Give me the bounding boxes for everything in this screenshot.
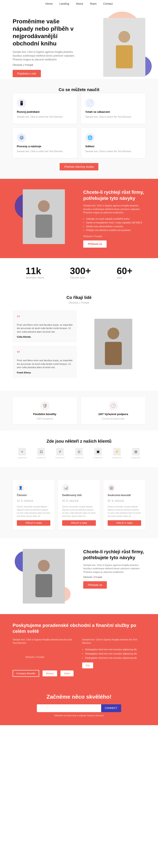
benefits-section: 🛡️ Flexibilní benefity 100% bezpečné 🕐 2… bbox=[0, 391, 158, 430]
plan-cta-0[interactable]: PŘEJÍT K NÁM bbox=[17, 520, 50, 526]
svg-rect-3 bbox=[35, 215, 52, 238]
plan-cta-2[interactable]: PŘEJÍT K NÁM bbox=[108, 520, 141, 526]
testimonial-0: " Proin sed libero enim sed faucibus tur… bbox=[12, 310, 77, 342]
grow-image bbox=[12, 189, 75, 244]
stat-1-number: 300+ bbox=[70, 266, 91, 276]
hero-content: Proměníme vaše nápady nebo příběh v nejp… bbox=[12, 18, 79, 77]
services-btn2[interactable]: Mission bbox=[43, 671, 57, 676]
benefit-1: 🕐 24/7 Vyřazené podpora Cenově dostupný … bbox=[81, 397, 146, 424]
grow-bullet-0: Udržujte ze svých nápadu a příběhů knihu… bbox=[83, 217, 146, 221]
learn-card-0: 📱 Rozvoj podnikání Sample text. Click to… bbox=[12, 93, 77, 124]
hero-body: Sample text. Click to Egetos agemos frin… bbox=[12, 50, 79, 61]
nav-team[interactable]: Team bbox=[90, 2, 97, 5]
svg-rect-1 bbox=[116, 45, 133, 68]
grow2-cta-button[interactable]: Přihlaste se bbox=[83, 581, 107, 589]
grow2-section: Chcete-li rychleji růst firmy, potřebuje… bbox=[0, 538, 158, 614]
learn-cta-button[interactable]: Přečíste všechny služby bbox=[60, 163, 98, 170]
testimonial-0-author: Celia Alenda bbox=[17, 336, 73, 338]
plan-name-0: Členství bbox=[17, 494, 50, 497]
grow-title: Chcete-li rychleji růst firmy, potřebuje… bbox=[83, 189, 146, 201]
plan-body-1: Donec venenatis vivupat aliquan vlipsum … bbox=[62, 505, 96, 518]
services-list: Strategijalon divid lore met consutur ad… bbox=[82, 647, 146, 660]
stat-2: 60+ zemí bbox=[117, 266, 132, 279]
grow-cta-button[interactable]: Přihlaste se bbox=[83, 241, 107, 248]
learn-card-icon-2: ⚙️ bbox=[17, 133, 26, 142]
plan-price-2: 95 $ měsíčně bbox=[108, 498, 141, 503]
grow2-title: Chcete-li rychleji růst firmy, potřebuje… bbox=[83, 549, 146, 561]
testimonials-left: " Proin sed libero enim sed faucibus tur… bbox=[12, 310, 77, 378]
plan-name-2: Soukromá kancelář bbox=[108, 494, 141, 497]
testimonials-title: Co říkají lidé bbox=[12, 295, 146, 300]
grow-bullets: Udržujte ze svých nápadu a příběhů knihu… bbox=[83, 217, 146, 232]
client-icon-0: ○ bbox=[18, 448, 26, 456]
svg-point-2 bbox=[38, 200, 50, 212]
svg-point-0 bbox=[119, 31, 130, 43]
services-btn3[interactable]: Vision bbox=[60, 671, 74, 676]
grow2-link: Obrázek z Freepik bbox=[83, 576, 146, 578]
benefit-sub-1: Cenově dostupný plán bbox=[85, 417, 141, 420]
pricing-card-0: 👤 Členství 35 $ měsíčně Donec venenatis … bbox=[12, 480, 55, 530]
cta-title: Začněme něco skvělého! bbox=[12, 693, 146, 700]
clients-title: Zde jsou někteří z našich klientů bbox=[12, 439, 146, 444]
grow2-image bbox=[12, 549, 75, 603]
learn-card-body-1: Sample text. Click to select the Text El… bbox=[85, 115, 141, 119]
grow-bullet-3: Přidejte více klientů a rozšiřte své pos… bbox=[83, 228, 146, 232]
plan-period-2: měsíčně bbox=[114, 499, 124, 502]
client-icon-5: ⚡ bbox=[113, 448, 121, 456]
grow2-body: Sample text. Click to Egetos agemos frin… bbox=[83, 563, 146, 574]
grow-bullet-2: Zjistíte svou dlouhodobou a autoritu. bbox=[83, 224, 146, 228]
learn-card-title-2: Procesy a nástroje bbox=[17, 145, 73, 148]
grow-body: Sample text. Click to Egetos agemos frin… bbox=[83, 204, 146, 214]
quote-mark-1: " bbox=[17, 350, 73, 358]
client-label-0: COMPANY bbox=[18, 457, 27, 459]
nav-landing[interactable]: Landing bbox=[59, 2, 69, 5]
learn-card-title-3: Sdílení bbox=[85, 145, 141, 148]
benefit-0: 🛡️ Flexibilní benefity 100% bezpečné bbox=[12, 397, 77, 424]
learn-card-icon-0: 📱 bbox=[17, 98, 26, 108]
testimonial-1-quote: Proin sed libero enim sed faucibus turpi… bbox=[17, 359, 73, 369]
hero-image bbox=[79, 18, 146, 77]
testimonials-section: Co říkají lidé Obrázek z Freepik " Proin… bbox=[0, 287, 158, 391]
learn-card-icon-1: 📄 bbox=[85, 98, 95, 108]
services-btn-row: Company Benefits Mission Vision bbox=[12, 670, 76, 677]
services-left: Sample text. Click to Egetos fringilla p… bbox=[12, 638, 76, 677]
services-list-0: Strategijalon divid lore met consutur ad… bbox=[82, 647, 146, 652]
client-icon-4: ▣ bbox=[94, 448, 102, 456]
grow2-content: Chcete-li rychleji růst firmy, potřebuje… bbox=[83, 549, 146, 589]
testimonials-layout: " Proin sed libero enim sed faucibus tur… bbox=[12, 310, 146, 378]
services-right-body: Sample text. Click to Egetos fringilla p… bbox=[82, 638, 146, 645]
stat-2-label: zemí bbox=[117, 276, 132, 279]
grow-person-svg bbox=[31, 196, 56, 238]
cta-email-input[interactable] bbox=[37, 704, 101, 712]
plan-cta-1[interactable]: PŘEJÍT K NÁM bbox=[62, 520, 96, 526]
services-content: Sample text. Click to Egetos fringilla p… bbox=[12, 638, 146, 677]
svg-point-6 bbox=[38, 560, 50, 571]
testimonial-person-svg bbox=[101, 323, 126, 365]
learn-card-3: 🌐 Sdílení Sample text. Click to select t… bbox=[81, 128, 146, 158]
hero-section: Proměníme vaše nápady nebo příběh v nejp… bbox=[0, 7, 158, 79]
stat-0: 11k Spokojení klienti bbox=[26, 266, 44, 279]
nav-about[interactable]: About bbox=[76, 2, 83, 5]
clients-logos: ○ COMPANY ◻ COMPANY ✓ COMPANY ◇ COMPANY … bbox=[12, 448, 146, 459]
grow-link: Obrázek z Freepik bbox=[83, 235, 146, 238]
stat-1: 300+ Členové týmu bbox=[70, 266, 91, 279]
hero-person bbox=[103, 18, 146, 77]
services-btn1[interactable]: Company Benefits bbox=[12, 670, 39, 677]
cta-connect-button[interactable]: CONNECT bbox=[101, 704, 121, 712]
hero-cta-button[interactable]: Poptávka u nás bbox=[12, 70, 41, 77]
learn-card-body-3: Sample text. Click to select the Text El… bbox=[85, 150, 141, 153]
cta-input-row: CONNECT bbox=[37, 704, 121, 712]
learn-card-title-1: Vztah se zákazcem bbox=[85, 110, 141, 114]
benefit-title-1: 24/7 Vyřazené podpora bbox=[85, 412, 141, 416]
benefit-icon-1: 🕐 bbox=[109, 401, 118, 410]
client-logo-6: ◎ COMPANY bbox=[131, 448, 141, 459]
client-label-2: COMPANY bbox=[55, 457, 65, 459]
stat-1-label: Členové týmu bbox=[70, 276, 91, 279]
nav-home[interactable]: Home bbox=[45, 2, 53, 5]
testimonial-1-author: Frank Klinny bbox=[17, 371, 73, 374]
services-sub-btn[interactable]: Číst bbox=[82, 662, 93, 669]
learn-card-icon-3: 🌐 bbox=[85, 133, 95, 142]
plan-body-0: Donec venenatis vivupat aliquan vlipsum … bbox=[17, 505, 50, 518]
nav-contact[interactable]: Contact bbox=[103, 2, 113, 5]
testimonials-right bbox=[81, 310, 146, 378]
